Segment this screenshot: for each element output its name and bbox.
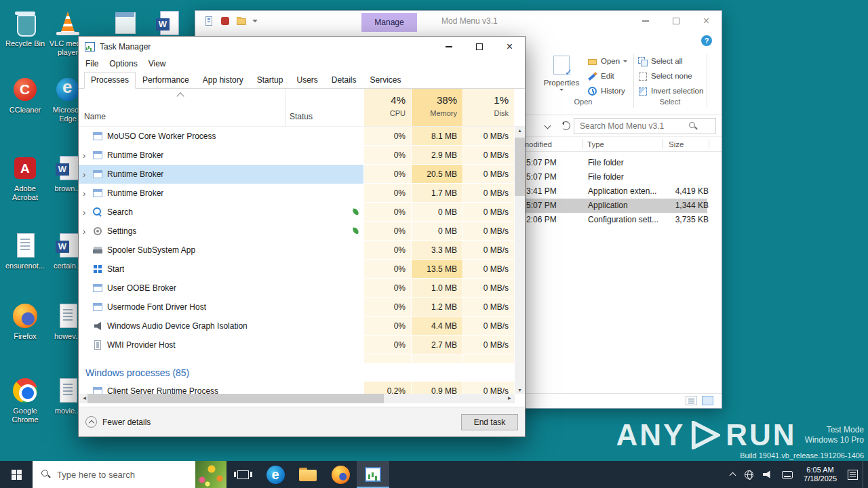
explorer-close-button[interactable]: × (691, 11, 722, 31)
end-task-button[interactable]: End task (461, 414, 518, 430)
expand-chevron-icon[interactable]: › (83, 227, 92, 236)
thumbnail-view-icon[interactable] (702, 396, 713, 405)
column-header-cpu[interactable]: 4% CPU (363, 89, 411, 126)
action-center-icon[interactable] (843, 461, 863, 488)
task-manager-tab[interactable]: Processes (84, 72, 136, 89)
desktop-icon[interactable]: CCleaner (3, 76, 47, 115)
menu-file[interactable]: File (80, 59, 104, 68)
expand-chevron-icon[interactable]: › (83, 189, 92, 198)
process-group-header[interactable]: Windows processes (85) (79, 364, 525, 382)
process-row[interactable]: › User OOBE Broker 0% 1.0 MB 0 MB/s (79, 279, 525, 298)
scroll-up-icon[interactable]: ▲ (515, 128, 525, 133)
tray-chevron-icon[interactable] (726, 461, 740, 488)
process-row[interactable]: › Windows Audio Device Graph Isolation 0… (79, 317, 525, 336)
desktop-icon[interactable]: ensurenot... (3, 232, 47, 270)
invert-selection-button[interactable]: Invert selection (637, 85, 703, 96)
process-row[interactable]: › Usermode Font Driver Host 0% 1.2 MB 0 … (79, 298, 525, 317)
taskbar-firefox-button[interactable] (324, 461, 357, 488)
column-header-name[interactable]: Name (79, 89, 285, 126)
search-icon (41, 470, 51, 479)
taskbar-search-box[interactable] (33, 461, 226, 488)
menu-view[interactable]: View (143, 59, 172, 68)
refresh-icon[interactable] (561, 121, 570, 130)
task-manager-tab[interactable]: Performance (136, 72, 196, 89)
process-row[interactable]: › Runtime Broker 0% 2.9 MB 0 MB/s (79, 146, 525, 165)
desktop-icon[interactable]: Recycle Bin (3, 9, 47, 48)
explorer-search-box[interactable] (574, 118, 716, 134)
explorer-minimize-button[interactable] (630, 11, 660, 31)
column-header-status[interactable]: Status (285, 89, 363, 126)
history-button[interactable]: History (587, 85, 627, 96)
quick-access-properties-icon[interactable] (203, 16, 214, 26)
edit-button[interactable]: Edit (587, 70, 627, 81)
process-row[interactable]: › Runtime Broker 0% 20.5 MB 0 MB/s (79, 165, 525, 184)
properties-button[interactable]: Properties (540, 53, 583, 93)
task-manager-tab[interactable]: Startup (250, 72, 290, 89)
desktop-icon[interactable] (146, 9, 190, 37)
minimize-button[interactable] (433, 37, 464, 57)
taskbar-clock[interactable]: 6:05 AM 7/18/2025 (797, 466, 843, 483)
column-header-type[interactable]: Type (587, 137, 604, 151)
select-none-button[interactable]: Select none (637, 70, 703, 81)
taskbar-edge-button[interactable]: e (259, 461, 292, 488)
process-icon (92, 321, 103, 331)
task-manager-tab[interactable]: Users (290, 72, 324, 89)
menu-options[interactable]: Options (104, 59, 142, 68)
desktop-icon[interactable] (103, 9, 146, 37)
column-header-size[interactable]: Size (669, 137, 684, 151)
volume-icon[interactable] (758, 461, 777, 488)
process-disk-value: 0 MB/s (462, 317, 514, 336)
explorer-maximize-button[interactable] (660, 11, 691, 31)
desktop-icon[interactable]: Adobe Acrobat (3, 155, 47, 202)
taskbar-task-manager-button[interactable] (357, 461, 389, 488)
show-desktop-button[interactable] (863, 461, 868, 488)
scrollbar-thumb[interactable] (515, 138, 525, 196)
desktop-icon[interactable]: Google Chrome (3, 377, 47, 424)
process-row[interactable]: › MoUSO Core Worker Process 0% 8.1 MB 0 … (79, 127, 525, 146)
process-row[interactable]: › (79, 354, 525, 364)
process-row[interactable]: › Settings 0% 0 MB 0 MB/s (79, 222, 525, 241)
quick-access-dropdown-icon[interactable] (252, 20, 258, 25)
task-manager-tab[interactable]: App history (196, 72, 250, 89)
process-row[interactable]: › Search 0% 0 MB 0 MB/s (79, 203, 525, 222)
search-highlight-image[interactable] (195, 461, 226, 488)
desktop-icon[interactable]: Firefox (3, 302, 47, 341)
close-button[interactable]: × (494, 37, 525, 57)
column-header-disk[interactable]: 1% Disk (462, 89, 514, 126)
horizontal-scrollbar[interactable]: ◄ ► (79, 394, 515, 403)
fewer-details-toggle[interactable]: Fewer details (85, 416, 151, 428)
task-view-button[interactable] (226, 461, 259, 488)
quick-access-icon[interactable] (220, 16, 231, 26)
task-manager-tab[interactable]: Details (325, 72, 363, 89)
scroll-right-icon[interactable]: ► (505, 394, 515, 403)
keyboard-icon[interactable] (777, 461, 797, 488)
process-row[interactable]: › WMI Provider Host 0% 2.7 MB 0 MB/s (79, 336, 525, 354)
expand-chevron-icon[interactable]: › (83, 151, 92, 160)
expand-chevron-icon[interactable]: › (83, 208, 92, 217)
select-all-button[interactable]: Select all (637, 56, 703, 66)
start-button[interactable] (0, 461, 33, 488)
desktop-icon-label: Adobe Acrobat (3, 184, 47, 202)
expand-chevron-icon[interactable]: › (83, 170, 92, 179)
vertical-scrollbar[interactable]: ▲ ▼ (515, 127, 525, 394)
open-button[interactable]: Open (587, 56, 627, 66)
process-row[interactable]: › Spooler SubSystem App 0% 3.3 MB 0 MB/s (79, 241, 525, 260)
task-manager-tab[interactable]: Services (363, 72, 408, 89)
scroll-down-icon[interactable]: ▼ (515, 388, 525, 392)
process-row[interactable]: › Client Server Runtime Process 0.2% 0.9… (79, 382, 525, 394)
maximize-button[interactable] (464, 37, 494, 57)
column-header-memory[interactable]: 38% Memory (411, 89, 462, 126)
scrollbar-thumb[interactable] (87, 394, 384, 403)
details-view-icon[interactable] (686, 396, 697, 405)
process-disk-value (462, 354, 514, 364)
taskbar-explorer-button[interactable] (292, 461, 324, 488)
manage-ribbon-tab[interactable]: Manage (361, 13, 417, 32)
quick-access-new-folder-icon[interactable] (236, 16, 247, 26)
explorer-search-input[interactable] (574, 121, 689, 131)
process-row[interactable]: › Runtime Broker 0% 1.7 MB 0 MB/s (79, 184, 525, 203)
process-row[interactable]: › Start 0% 13.5 MB 0 MB/s (79, 260, 525, 279)
address-dropdown-icon[interactable] (545, 123, 551, 129)
help-button[interactable]: ? (701, 35, 712, 46)
network-icon[interactable] (740, 461, 758, 488)
taskbar-search-input[interactable] (57, 470, 195, 480)
